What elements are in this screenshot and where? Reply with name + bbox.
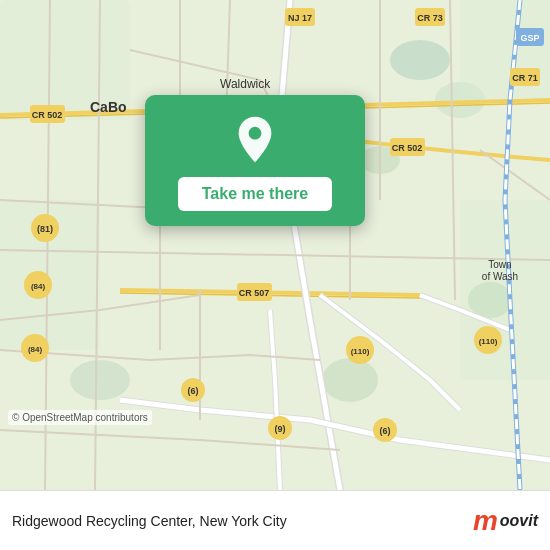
moovit-rest-text: oovit	[500, 512, 538, 530]
svg-point-5	[70, 360, 130, 400]
road-label-9: (9)	[275, 424, 286, 434]
take-me-there-button[interactable]: Take me there	[178, 177, 332, 211]
road-label-gsp: GSP	[520, 33, 539, 43]
road-label-cr71: CR 71	[512, 73, 538, 83]
svg-point-43	[249, 127, 262, 140]
moovit-m-letter: m	[473, 507, 498, 535]
road-label-cr73: CR 73	[417, 13, 443, 23]
moovit-logo: m oovit	[473, 507, 538, 535]
take-me-there-card: Take me there	[145, 95, 365, 226]
svg-text:of Wash: of Wash	[482, 271, 518, 282]
road-label-6a: (6)	[188, 386, 199, 396]
road-label-nj17: NJ 17	[288, 13, 312, 23]
road-label-cr502-mid: CR 502	[392, 143, 423, 153]
copyright-text: © OpenStreetMap contributors	[8, 410, 152, 425]
road-label-81: (81)	[37, 224, 53, 234]
svg-point-1	[390, 40, 450, 80]
road-label-110b: (110)	[479, 337, 498, 346]
cabo-label: CaBo	[90, 99, 127, 115]
bottom-bar: Ridgewood Recycling Center, New York Cit…	[0, 490, 550, 550]
location-pin-icon	[230, 115, 280, 165]
road-label-cr502-top: CR 502	[32, 110, 63, 120]
road-label-110a: (110)	[351, 347, 370, 356]
svg-point-6	[322, 358, 378, 402]
location-text: Ridgewood Recycling Center, New York Cit…	[12, 513, 473, 529]
town-label: Town	[488, 259, 511, 270]
road-label-cr507: CR 507	[239, 288, 270, 298]
road-label-84b: (84)	[28, 345, 43, 354]
waldwick-label: Waldwick	[220, 77, 271, 91]
map-container: NJ 17 CR 73 CR 71 GSP CR 502 CR 502 CR 5…	[0, 0, 550, 490]
road-label-6b: (6)	[380, 426, 391, 436]
road-label-84a: (84)	[31, 282, 46, 291]
